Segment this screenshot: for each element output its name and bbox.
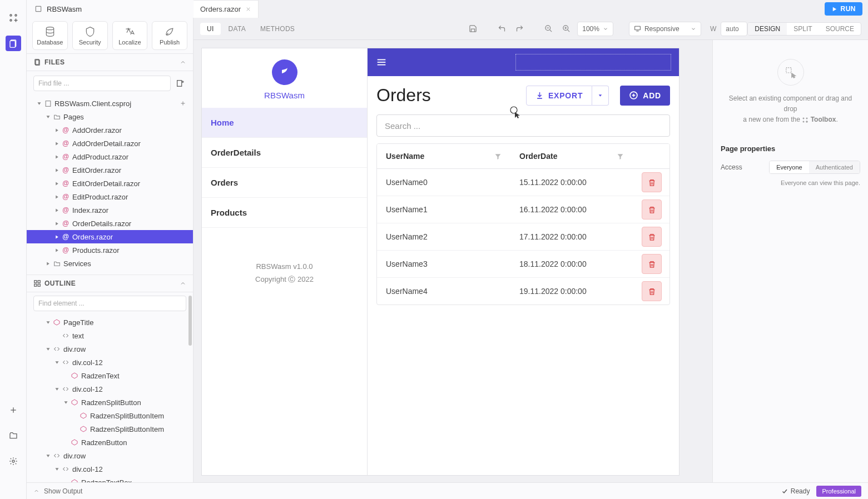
table-row[interactable]: UserName318.11.2022 0:00:00 [377,251,669,278]
tree-label: Pages [63,113,84,121]
outline-row[interactable]: RadzenTextBox [27,476,193,482]
delete-button[interactable] [642,254,662,274]
tree-row-file[interactable]: @AddOrderDetail.razor [27,137,193,150]
filter-icon[interactable] [494,153,502,160]
tree-row-services[interactable]: Services [27,257,193,270]
tree-row-file[interactable]: @AddProduct.razor [27,150,193,163]
gear-icon[interactable] [6,453,21,469]
table-row[interactable]: UserName116.11.2022 0:00:00 [377,196,669,223]
tree-row-file[interactable]: @Products.razor [27,243,193,257]
outline-row[interactable]: div.col-12 [27,462,193,476]
export-caret[interactable] [592,86,609,106]
design-canvas[interactable]: RBSWasm HomeOrderDetailsOrdersProducts R… [194,40,712,482]
brand-name: RBSWasm [264,91,305,100]
width-input[interactable] [721,22,747,36]
outline-row[interactable]: div.col-12 [27,382,193,396]
outline-row[interactable]: RadzenSplitButtonItem [27,409,193,422]
view-mode-split[interactable]: SPLIT [787,23,819,35]
tree-label: Services [63,260,91,268]
delete-button[interactable] [642,227,662,247]
zoom-select[interactable]: 100% [577,22,613,36]
outline-row[interactable]: div.col-12 [27,356,193,369]
access-segmented[interactable]: Everyone Authenticated [769,161,860,174]
tree-row-file[interactable]: @EditOrderDetail.razor [27,177,193,190]
file-search-input[interactable] [33,76,171,91]
filter-icon[interactable] [617,153,624,160]
col-header-date[interactable]: OrderDate [510,144,633,168]
show-output[interactable]: Show Output [44,487,82,495]
outline-label: RadzenSplitButton [81,398,141,407]
tab-orders[interactable]: Orders.razor [194,0,259,18]
delete-button[interactable] [642,281,662,301]
chevron-up-icon[interactable] [180,59,186,66]
sidebar: Database Security Localize Publish FILES [27,18,194,482]
outline-row[interactable]: PageTitle [27,316,193,329]
view-tab-ui[interactable]: UI [200,23,221,35]
topbar-placeholder[interactable] [515,54,671,71]
outline-search-input[interactable] [33,296,186,311]
close-icon[interactable] [245,6,251,12]
add-button[interactable]: ADD [620,86,670,106]
table-row[interactable]: UserName015.11.2022 0:00:00 [377,169,669,196]
localize-card[interactable]: Localize [112,21,148,50]
grid-search-input[interactable] [376,114,670,137]
zoom-in-icon[interactable] [559,22,573,36]
svg-rect-18 [46,101,51,106]
folder-open-icon[interactable] [6,428,21,443]
responsive-select[interactable]: Responsive [629,22,701,36]
export-label: EXPORT [548,91,583,100]
tree-row-pages[interactable]: Pages [27,110,193,123]
outline-row[interactable]: RadzenSplitButtonItem [27,422,193,436]
outline-row[interactable]: RadzenText [27,369,193,382]
tree-row-file[interactable]: @AddOrder.razor [27,123,193,137]
delete-button[interactable] [642,172,662,192]
seg-everyone[interactable]: Everyone [770,161,809,173]
hamburger-icon[interactable] [375,56,388,68]
table-row[interactable]: UserName217.11.2022 0:00:00 [377,223,669,251]
files-header[interactable]: FILES [27,53,193,71]
col-header-user[interactable]: UserName [377,144,510,168]
new-file-icon[interactable] [174,77,186,89]
outline-row[interactable]: RadzenSplitButton [27,396,193,409]
outline-row[interactable]: RadzenButton [27,436,193,449]
outline-row[interactable]: text [27,329,193,342]
nav-item[interactable]: OrderDetails [202,138,367,168]
table-row[interactable]: UserName419.11.2022 0:00:00 [377,278,669,305]
zoom-out-icon[interactable] [542,22,555,36]
outline-header[interactable]: OUTLINE [27,275,193,292]
tree-row-project[interactable]: RBSWasm.Client.csproj [27,97,193,110]
view-tab-methods[interactable]: METHODS [254,23,301,35]
chevron-up-icon[interactable] [33,488,39,494]
run-button[interactable]: RUN [825,2,863,16]
outline-row[interactable]: div.row [27,342,193,356]
delete-button[interactable] [642,199,662,219]
tree-row-file[interactable]: @EditProduct.razor [27,190,193,203]
redo-icon[interactable] [513,22,526,36]
svg-marker-40 [55,361,58,364]
seg-auth[interactable]: Authenticated [809,161,860,173]
tree-label: Products.razor [72,246,120,255]
view-mode-design[interactable]: DESIGN [748,23,787,35]
tree-row-file[interactable]: @EditOrder.razor [27,163,193,177]
view-mode-source[interactable]: SOURCE [819,23,861,35]
add-icon[interactable] [6,402,21,418]
nav-item[interactable]: Orders [202,168,367,198]
nav-item[interactable]: Products [202,198,367,228]
explorer-icon[interactable] [6,36,21,51]
view-tab-data[interactable]: DATA [222,23,252,35]
tree-row-file[interactable]: @Index.razor [27,203,193,217]
tree-row-file[interactable]: @Orders.razor [27,230,193,243]
plus-icon[interactable] [180,100,186,107]
database-card[interactable]: Database [32,21,68,50]
nav-item[interactable]: Home [202,108,367,138]
toolbox-icon[interactable] [6,10,21,26]
outline-row[interactable]: div.row [27,449,193,462]
publish-card[interactable]: Publish [152,21,187,50]
save-icon[interactable] [466,22,479,36]
undo-icon[interactable] [495,22,508,36]
scrollbar[interactable] [189,296,192,346]
chevron-up-icon[interactable] [180,280,186,287]
tree-row-file[interactable]: @OrderDetails.razor [27,217,193,230]
export-button[interactable]: EXPORT [526,86,592,106]
security-card[interactable]: Security [72,21,108,50]
